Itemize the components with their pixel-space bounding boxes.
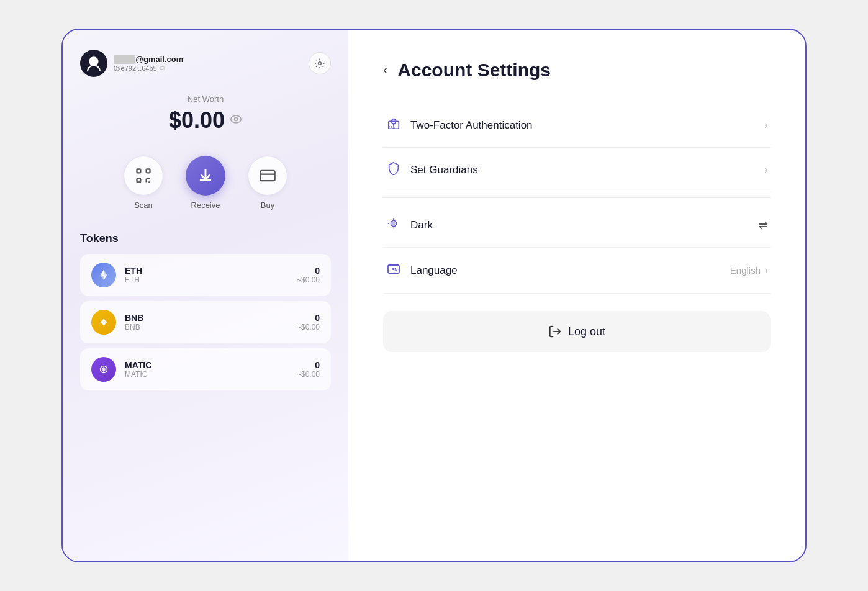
svg-point-28 <box>393 124 395 125</box>
2fa-right: › <box>764 119 768 132</box>
svg-point-2 <box>235 117 238 120</box>
svg-rect-3 <box>137 169 141 173</box>
svg-rect-5 <box>137 179 141 183</box>
svg-point-0 <box>319 62 322 65</box>
settings-item-language[interactable]: EN Language English › <box>383 248 771 294</box>
theme-label: Dark <box>410 219 433 232</box>
eth-name: ETH <box>125 266 288 276</box>
matic-name: MATIC <box>125 360 288 370</box>
settings-icon-btn[interactable] <box>309 52 331 74</box>
theme-left: Dark <box>386 217 433 233</box>
email-blurred: •••••• <box>114 55 135 64</box>
user-text: ••••••@gmail.com 0xe792...64b5 ⧉ <box>114 55 183 72</box>
svg-rect-10 <box>260 171 274 181</box>
bnb-usd: ~$0.00 <box>297 323 320 332</box>
svg-text:EN: EN <box>392 268 398 272</box>
guardians-left: Set Guardians <box>386 161 478 178</box>
logout-label: Log out <box>568 325 605 338</box>
eth-info: ETH ETH <box>125 266 288 284</box>
divider <box>383 197 771 198</box>
guardians-right: › <box>764 163 768 176</box>
eye-icon[interactable] <box>230 114 242 127</box>
2fa-icon: 2FA <box>386 117 402 133</box>
2fa-left: 2FA Two-Factor Authentication <box>386 117 533 133</box>
receive-label: Receive <box>191 201 220 210</box>
page-header: ‹ Account Settings <box>383 60 771 81</box>
user-info: ••••••@gmail.com 0xe792...64b5 ⧉ <box>80 50 183 77</box>
net-worth-amount: $0.00 <box>80 107 331 133</box>
language-value: English <box>730 265 761 276</box>
2fa-label: Two-Factor Authentication <box>410 119 533 132</box>
settings-item-guardians[interactable]: Set Guardians › <box>383 148 771 192</box>
buy-label: Buy <box>261 201 274 210</box>
tokens-section: Tokens ETH <box>80 232 331 546</box>
token-item-matic[interactable]: MATIC MATIC 0 ~$0.00 <box>80 348 331 390</box>
net-worth-label: Net Worth <box>80 94 331 104</box>
language-left: EN Language <box>386 261 458 279</box>
2fa-chevron: › <box>764 119 768 132</box>
guardians-chevron: › <box>764 163 768 176</box>
user-address: 0xe792...64b5 ⧉ <box>114 64 183 72</box>
tokens-title: Tokens <box>80 232 331 245</box>
net-worth-value: $0.00 <box>169 107 225 133</box>
language-right: English › <box>730 264 768 277</box>
eth-logo <box>91 263 116 287</box>
svg-text:2FA: 2FA <box>388 125 396 130</box>
language-chevron: › <box>764 264 768 277</box>
theme-icon <box>386 217 402 233</box>
matic-info: MATIC MATIC <box>125 360 288 379</box>
matic-logo <box>91 357 116 382</box>
guardians-label: Set Guardians <box>410 164 478 176</box>
settings-item-2fa[interactable]: 2FA Two-Factor Authentication › <box>383 103 771 148</box>
buy-icon-circle <box>248 156 287 196</box>
user-email: ••••••@gmail.com <box>114 55 183 64</box>
logout-button[interactable]: Log out <box>383 311 771 352</box>
bnb-values: 0 ~$0.00 <box>297 313 320 332</box>
page-title: Account Settings <box>397 60 551 81</box>
buy-button[interactable]: Buy <box>248 156 287 210</box>
back-button[interactable]: ‹ <box>383 62 387 78</box>
avatar <box>80 50 107 77</box>
swap-icon: ⇌ <box>759 219 768 232</box>
matic-values: 0 ~$0.00 <box>297 360 320 379</box>
bnb-logo <box>91 310 116 335</box>
bnb-info: BNB BNB <box>125 313 288 332</box>
language-label: Language <box>410 264 458 277</box>
bnb-amount: 0 <box>297 313 320 323</box>
svg-rect-9 <box>200 179 212 181</box>
theme-right: ⇌ <box>759 219 768 232</box>
wallet-panel: ••••••@gmail.com 0xe792...64b5 ⧉ Net Wor… <box>63 30 348 561</box>
matic-usd: ~$0.00 <box>297 370 320 379</box>
token-list: ETH ETH 0 ~$0.00 <box>80 254 331 390</box>
svg-marker-15 <box>104 275 107 280</box>
scan-label: Scan <box>134 201 153 210</box>
eth-symbol: ETH <box>125 276 288 284</box>
scan-icon-circle <box>124 156 163 196</box>
bnb-name: BNB <box>125 313 288 323</box>
receive-icon-circle <box>186 156 225 196</box>
svg-point-34 <box>392 222 396 225</box>
email-suffix: @gmail.com <box>135 55 183 64</box>
svg-rect-4 <box>147 169 150 173</box>
eth-usd: ~$0.00 <box>297 276 320 284</box>
settings-list: 2FA Two-Factor Authentication › <box>383 103 771 294</box>
svg-point-1 <box>231 115 242 123</box>
token-item-bnb[interactable]: BNB BNB 0 ~$0.00 <box>80 301 331 343</box>
matic-symbol: MATIC <box>125 370 288 379</box>
address-text: 0xe792...64b5 <box>114 65 157 72</box>
token-item-eth[interactable]: ETH ETH 0 ~$0.00 <box>80 254 331 296</box>
settings-panel: ‹ Account Settings 2FA Two- <box>348 30 805 561</box>
net-worth-section: Net Worth $0.00 <box>80 94 331 133</box>
eth-values: 0 ~$0.00 <box>297 266 320 284</box>
bnb-symbol: BNB <box>125 323 288 332</box>
settings-item-theme[interactable]: Dark ⇌ <box>383 203 771 248</box>
guardians-icon <box>386 161 402 178</box>
copy-icon[interactable]: ⧉ <box>160 64 165 72</box>
scan-button[interactable]: Scan <box>124 156 163 210</box>
action-buttons: Scan Receive Buy <box>80 156 331 210</box>
wallet-header: ••••••@gmail.com 0xe792...64b5 ⧉ <box>80 50 331 77</box>
language-icon: EN <box>386 261 402 279</box>
svg-marker-14 <box>101 275 104 280</box>
app-container: ••••••@gmail.com 0xe792...64b5 ⧉ Net Wor… <box>61 29 807 562</box>
receive-button[interactable]: Receive <box>186 156 225 210</box>
